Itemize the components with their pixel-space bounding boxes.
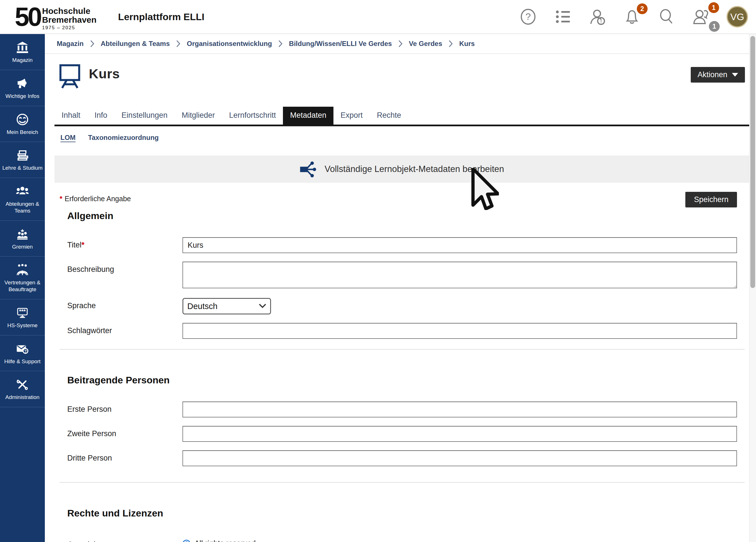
speichern-button[interactable]: Speichern [685, 192, 737, 207]
monitor-icon: *** [16, 306, 29, 319]
beschreibung-label: Beschreibung [67, 262, 182, 274]
chevron-right-icon [90, 40, 95, 47]
required-asterisk: * [81, 241, 85, 249]
page-title-row: Kurs Aktionen [54, 64, 749, 90]
tab-lernfortschritt[interactable]: Lernfortschritt [222, 107, 283, 125]
tab-info[interactable]: Info [87, 107, 114, 125]
banner-label: Vollständige Lernobjekt-Metadaten bearbe… [325, 164, 504, 174]
tab-inhalt[interactable]: Inhalt [54, 107, 87, 125]
schlagwoerter-label: Schlagwörter [67, 323, 182, 335]
beschreibung-textarea[interactable] [182, 262, 737, 288]
tab-export[interactable]: Export [333, 107, 370, 125]
sidebar-item-hs-systeme[interactable]: *** HS-Systeme [0, 299, 45, 335]
hochschule-bremerhaven-logo[interactable]: 50 Hochschule Bremerhaven 1975 – 2025 [15, 3, 96, 31]
zweite-person-input[interactable] [182, 426, 737, 442]
content-area: Magazin Abteilungen & Teams Organisation… [45, 34, 749, 542]
search-icon[interactable] [657, 7, 676, 26]
course-board-icon [58, 64, 81, 90]
sidebar-item-vertretungen[interactable]: Vertretungen & Beauftragte [0, 257, 45, 299]
sidebar-item-magazin[interactable]: Magazin [0, 34, 45, 70]
breadcrumb-magazin[interactable]: Magazin [57, 40, 84, 48]
scrollbar-thumb[interactable] [750, 36, 755, 288]
breadcrumb-abteilungen[interactable]: Abteilungen & Teams [101, 40, 170, 48]
breadcrumb-ve-gerdes[interactable]: Ve Gerdes [409, 40, 442, 48]
logo-years: 1975 – 2025 [42, 25, 96, 31]
copyright-option-label: All rights reserved [194, 539, 256, 542]
schlagwoerter-input[interactable] [182, 323, 737, 339]
contacts-total-badge: 1 [709, 21, 720, 32]
tab-mitglieder[interactable]: Mitglieder [175, 107, 222, 125]
chevron-right-icon [278, 40, 283, 47]
sidebar-item-lehre-studium[interactable]: Lehre & Studium [0, 142, 45, 178]
sprache-label: Sprache [67, 298, 182, 310]
notifications-badge: 2 [637, 3, 648, 14]
breadcrumb: Magazin Abteilungen & Teams Organisation… [45, 34, 749, 54]
megaphone-icon [16, 77, 29, 90]
notifications-bell-icon[interactable]: 2 [623, 7, 641, 26]
tab-metadaten[interactable]: Metadaten [283, 107, 333, 125]
sidebar-item-hilfe-support[interactable]: ? Hilfe & Support [0, 335, 45, 371]
logo-line1: Hochschule [42, 7, 96, 16]
form-row-erste-person: Erste Person [54, 402, 749, 417]
erste-person-label: Erste Person [67, 402, 182, 414]
bank-icon [16, 41, 29, 54]
section-beitragende-title: Beitragende Personen [67, 375, 749, 386]
chevron-right-icon [176, 40, 180, 47]
main-sidebar: Magazin Wichtige Infos Mein Bereich Lehr… [0, 34, 45, 542]
subtab-taxonomiezuordnung[interactable]: Taxonomiezuordnung [88, 134, 159, 142]
contacts-icon[interactable]: 1 1 [692, 7, 711, 26]
top-header: 50 Hochschule Bremerhaven 1975 – 2025 Le… [0, 0, 756, 34]
copyright-radio[interactable] [182, 540, 190, 542]
page-title: Kurs [89, 66, 120, 81]
main-panel: Kurs Aktionen Inhalt Info Einstellungen … [45, 64, 749, 542]
sprache-select[interactable]: Deutsch [182, 298, 271, 314]
sidebar-item-gremien[interactable]: Gremien [0, 221, 45, 257]
contacts-new-badge: 1 [708, 2, 719, 13]
team-icon [16, 185, 29, 198]
logo-50-mark: 50 [15, 5, 40, 29]
required-note: *Erforderliche Angabe [60, 195, 131, 203]
edit-full-metadata-banner[interactable]: Vollständige Lernobjekt-Metadaten bearbe… [54, 156, 749, 183]
form-row-dritte-person: Dritte Person [54, 450, 749, 466]
help-icon[interactable]: ? [519, 7, 537, 26]
caret-down-icon [732, 73, 738, 77]
user-avatar[interactable]: VG [726, 6, 748, 28]
committee-icon [16, 228, 29, 241]
tab-rechte[interactable]: Rechte [370, 107, 408, 125]
copyright-label: Copyright [67, 537, 182, 542]
svg-text:?: ? [526, 11, 531, 22]
logo-line2: Bremerhaven [42, 16, 96, 24]
form-row-sprache: Sprache Deutsch [54, 298, 749, 314]
chevron-right-icon [448, 40, 453, 47]
sidebar-item-administration[interactable]: Administration [0, 371, 45, 407]
svg-text:***: *** [19, 308, 26, 314]
todo-list-icon[interactable] [553, 7, 572, 26]
chevron-right-icon [398, 40, 403, 47]
node-share-icon [300, 161, 317, 178]
titel-input[interactable] [182, 237, 737, 253]
breadcrumb-bildung-wissen[interactable]: Bildung/Wissen/ELLI Ve Gerdes [289, 40, 392, 48]
sidebar-item-abteilungen-teams[interactable]: Abteilungen & Teams [0, 178, 45, 221]
form-row-schlagwoerter: Schlagwörter [54, 323, 749, 339]
smiley-icon [16, 113, 29, 126]
sidebar-item-wichtige-infos[interactable]: Wichtige Infos [0, 70, 45, 106]
subtab-lom[interactable]: LOM [60, 134, 75, 142]
erste-person-input[interactable] [182, 402, 737, 417]
header-icon-bar: ? ! 2 [519, 6, 748, 28]
page-scrollbar[interactable] [749, 34, 756, 542]
titel-label: Titel* [67, 237, 182, 249]
section-divider [60, 482, 745, 483]
form-row-zweite-person: Zweite Person [54, 426, 749, 442]
dritte-person-input[interactable] [182, 450, 737, 466]
form-action-row: *Erforderliche Angabe Speichern [54, 192, 749, 207]
breadcrumb-organisationsentwicklung[interactable]: Organisationsentwicklung [187, 40, 272, 48]
sidebar-item-mein-bereich[interactable]: Mein Bereich [0, 106, 45, 142]
section-rechte-title: Rechte und Lizenzen [67, 508, 749, 519]
tab-einstellungen[interactable]: Einstellungen [114, 107, 175, 125]
form-row-copyright: Copyright All rights reserved [54, 537, 749, 542]
mail-question-icon: ? [16, 342, 29, 355]
breadcrumb-kurs[interactable]: Kurs [459, 40, 475, 48]
awareness-user-icon[interactable]: ! [588, 7, 607, 26]
form-row-beschreibung: Beschreibung [54, 262, 749, 289]
aktionen-button[interactable]: Aktionen [691, 67, 745, 83]
